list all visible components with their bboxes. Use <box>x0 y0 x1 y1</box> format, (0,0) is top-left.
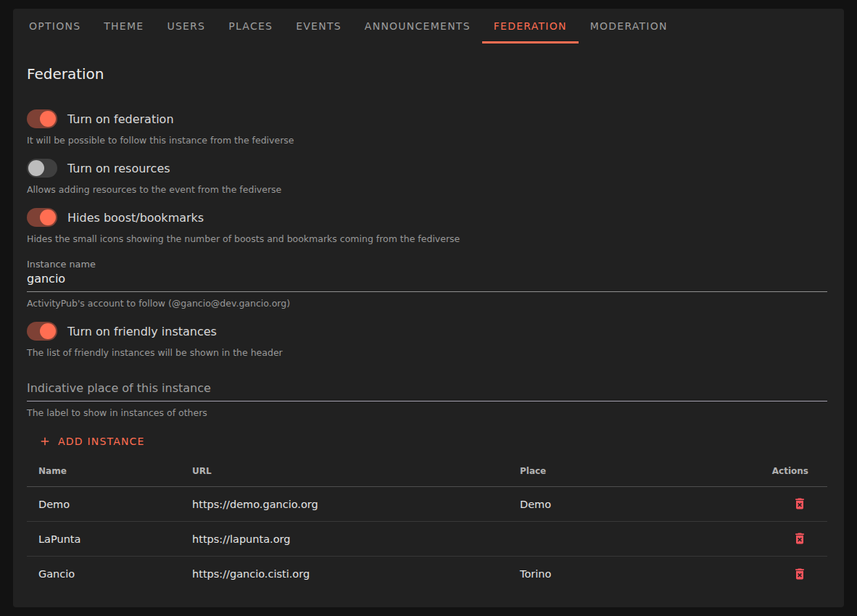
cell-url: https://demo.gancio.org <box>181 499 508 510</box>
header-name: Name <box>27 466 181 476</box>
resources-toggle[interactable] <box>27 159 57 178</box>
federation-panel: Federation Turn on federation It will be… <box>13 65 844 591</box>
cell-place: Demo <box>508 499 728 510</box>
instance-place-input[interactable] <box>27 381 827 401</box>
friendly-instances-toggle-label[interactable]: Turn on friendly instances <box>67 325 217 338</box>
hide-boosts-toggle-hint: Hides the small icons showing the number… <box>27 233 827 244</box>
header-actions: Actions <box>728 466 827 476</box>
tab-announcements[interactable]: ANNOUNCEMENTS <box>353 9 482 43</box>
header-place: Place <box>508 466 728 476</box>
table-row: Demo https://demo.gancio.org Demo <box>27 487 827 522</box>
cell-name: LaPunta <box>27 533 181 545</box>
admin-settings-card: OPTIONS THEME USERS PLACES EVENTS ANNOUN… <box>13 9 844 607</box>
cell-name: Gancio <box>27 568 181 580</box>
setting-hide-boosts: Hides boost/bookmarks Hides the small ic… <box>27 208 827 244</box>
delete-instance-button[interactable] <box>791 565 808 583</box>
instance-place-hint: The label to show in instances of others <box>27 407 827 418</box>
tab-federation[interactable]: FEDERATION <box>482 9 579 43</box>
header-url: URL <box>181 466 508 476</box>
add-instance-button[interactable]: ADD INSTANCE <box>30 428 154 454</box>
resources-toggle-hint: Allows adding resources to the event fro… <box>27 184 827 195</box>
delete-instance-button[interactable] <box>791 495 808 512</box>
field-instance-name: Instance name ActivityPub's account to f… <box>27 259 827 309</box>
setting-resources: Turn on resources Allows adding resource… <box>27 159 827 195</box>
instance-name-hint: ActivityPub's account to follow (@gancio… <box>27 298 827 309</box>
cell-name: Demo <box>27 499 181 510</box>
cell-place: Torino <box>508 568 728 580</box>
instance-name-input[interactable] <box>27 272 827 292</box>
delete-instance-button[interactable] <box>791 530 808 547</box>
federation-toggle-hint: It will be possible to follow this insta… <box>27 135 827 146</box>
tab-moderation[interactable]: MODERATION <box>579 9 679 43</box>
tab-events[interactable]: EVENTS <box>284 9 353 43</box>
hide-boosts-toggle[interactable] <box>27 208 57 227</box>
toggle-thumb <box>28 160 44 176</box>
instance-name-label: Instance name <box>27 259 827 270</box>
toggle-thumb <box>40 111 56 127</box>
admin-tab-bar: OPTIONS THEME USERS PLACES EVENTS ANNOUN… <box>13 9 844 43</box>
delete-forever-icon <box>792 496 807 511</box>
friendly-instances-toggle-hint: The list of friendly instances will be s… <box>27 347 827 358</box>
friendly-instances-toggle[interactable] <box>27 322 57 341</box>
toggle-thumb <box>40 209 56 225</box>
hide-boosts-toggle-label[interactable]: Hides boost/bookmarks <box>67 211 204 225</box>
trusted-instances-table: Name URL Place Actions Demo https://demo… <box>27 456 827 591</box>
setting-friendly-instances: Turn on friendly instances The list of f… <box>27 322 827 358</box>
federation-toggle[interactable] <box>27 109 57 128</box>
federation-toggle-label[interactable]: Turn on federation <box>67 112 174 126</box>
resources-toggle-label[interactable]: Turn on resources <box>67 162 170 175</box>
setting-federation: Turn on federation It will be possible t… <box>27 109 827 146</box>
tab-theme[interactable]: THEME <box>92 9 155 43</box>
toggle-thumb <box>40 323 56 339</box>
table-row: LaPunta https://lapunta.org <box>27 522 827 557</box>
plus-icon <box>38 435 51 448</box>
table-header-row: Name URL Place Actions <box>27 456 827 487</box>
page-title: Federation <box>27 65 827 83</box>
delete-forever-icon <box>792 531 807 546</box>
cell-url: https://gancio.cisti.org <box>181 568 508 580</box>
delete-forever-icon <box>792 567 807 581</box>
add-instance-button-label: ADD INSTANCE <box>58 436 145 447</box>
field-instance-place: The label to show in instances of others <box>27 381 827 418</box>
table-row: Gancio https://gancio.cisti.org Torino <box>27 557 827 591</box>
tab-places[interactable]: PLACES <box>217 9 284 43</box>
cell-url: https://lapunta.org <box>181 533 508 545</box>
tab-users[interactable]: USERS <box>155 9 217 43</box>
tab-options[interactable]: OPTIONS <box>17 9 92 43</box>
